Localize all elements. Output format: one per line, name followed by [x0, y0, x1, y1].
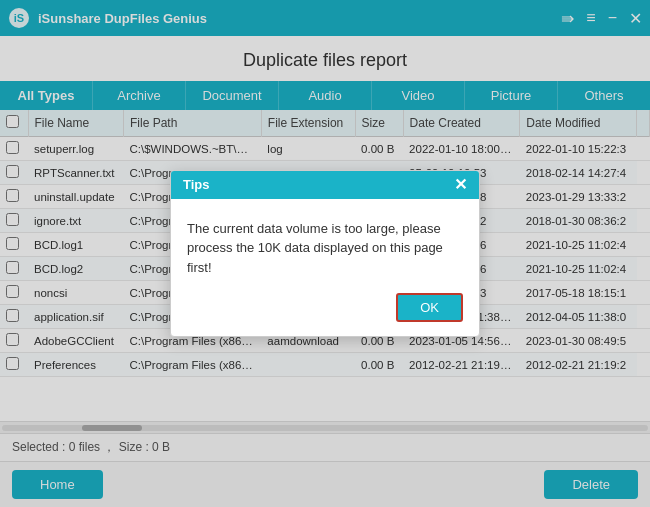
modal-message: The current data volume is too large, pl…	[187, 221, 443, 275]
modal-overlay: Tips ✕ The current data volume is too la…	[0, 0, 650, 507]
modal-footer: OK	[171, 293, 479, 336]
modal-header: Tips ✕	[171, 171, 479, 199]
modal-close-button[interactable]: ✕	[454, 177, 467, 193]
tips-modal: Tips ✕ The current data volume is too la…	[170, 170, 480, 338]
modal-body: The current data volume is too large, pl…	[171, 199, 479, 294]
modal-ok-button[interactable]: OK	[396, 293, 463, 322]
modal-title: Tips	[183, 177, 210, 192]
